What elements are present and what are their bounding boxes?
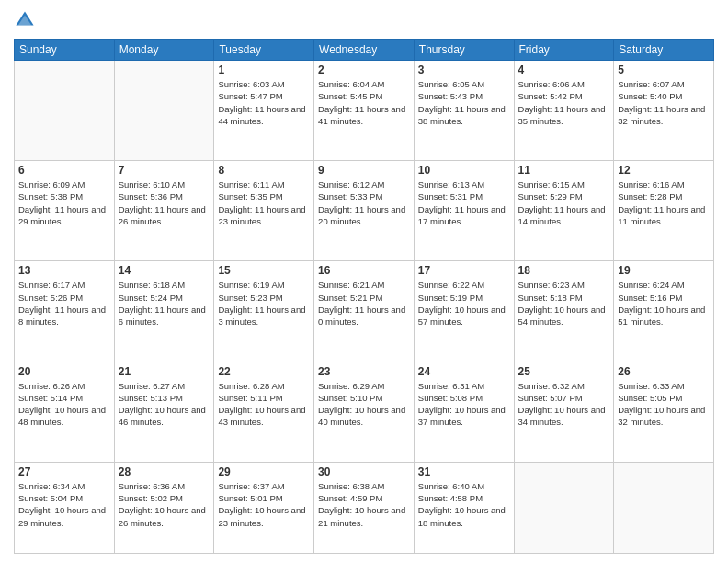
calendar-week-row: 6Sunrise: 6:09 AMSunset: 5:38 PMDaylight… bbox=[15, 161, 714, 261]
day-number: 11 bbox=[518, 164, 610, 177]
day-number: 18 bbox=[518, 264, 610, 277]
day-info: Sunrise: 6:16 AMSunset: 5:28 PMDaylight:… bbox=[618, 178, 710, 227]
day-number: 31 bbox=[418, 465, 510, 478]
calendar-day-header: Sunday bbox=[15, 40, 115, 61]
calendar-week-row: 27Sunrise: 6:34 AMSunset: 5:04 PMDayligh… bbox=[15, 462, 714, 553]
calendar-cell: 4Sunrise: 6:06 AMSunset: 5:42 PMDaylight… bbox=[514, 61, 614, 161]
day-info: Sunrise: 6:29 AMSunset: 5:10 PMDaylight:… bbox=[318, 380, 410, 429]
day-info: Sunrise: 6:04 AMSunset: 5:45 PMDaylight:… bbox=[318, 78, 410, 127]
day-number: 3 bbox=[418, 63, 510, 76]
calendar-cell: 11Sunrise: 6:15 AMSunset: 5:29 PMDayligh… bbox=[514, 161, 614, 261]
day-info: Sunrise: 6:36 AMSunset: 5:02 PMDaylight:… bbox=[119, 480, 210, 529]
day-info: Sunrise: 6:32 AMSunset: 5:07 PMDaylight:… bbox=[518, 380, 610, 429]
calendar-cell: 26Sunrise: 6:33 AMSunset: 5:05 PMDayligh… bbox=[614, 362, 714, 462]
day-number: 4 bbox=[518, 63, 610, 76]
calendar-cell: 7Sunrise: 6:10 AMSunset: 5:36 PMDaylight… bbox=[114, 161, 214, 261]
logo bbox=[14, 9, 40, 31]
day-number: 8 bbox=[218, 164, 310, 177]
calendar-cell: 5Sunrise: 6:07 AMSunset: 5:40 PMDaylight… bbox=[614, 61, 714, 161]
calendar-cell: 30Sunrise: 6:38 AMSunset: 4:59 PMDayligh… bbox=[314, 462, 415, 553]
day-info: Sunrise: 6:17 AMSunset: 5:26 PMDaylight:… bbox=[18, 279, 110, 327]
day-info: Sunrise: 6:19 AMSunset: 5:23 PMDaylight:… bbox=[218, 279, 310, 327]
day-number: 10 bbox=[418, 164, 510, 177]
day-info: Sunrise: 6:28 AMSunset: 5:11 PMDaylight:… bbox=[218, 380, 310, 429]
day-number: 9 bbox=[318, 164, 410, 177]
calendar-cell: 24Sunrise: 6:31 AMSunset: 5:08 PMDayligh… bbox=[414, 362, 514, 462]
calendar-cell: 10Sunrise: 6:13 AMSunset: 5:31 PMDayligh… bbox=[414, 161, 514, 261]
day-number: 26 bbox=[618, 365, 710, 378]
calendar-day-header: Friday bbox=[514, 40, 614, 61]
day-info: Sunrise: 6:26 AMSunset: 5:14 PMDaylight:… bbox=[18, 380, 110, 429]
day-number: 28 bbox=[119, 465, 210, 478]
calendar-cell: 28Sunrise: 6:36 AMSunset: 5:02 PMDayligh… bbox=[114, 462, 214, 553]
day-number: 1 bbox=[218, 63, 310, 76]
calendar-cell: 17Sunrise: 6:22 AMSunset: 5:19 PMDayligh… bbox=[414, 261, 514, 362]
day-number: 2 bbox=[318, 63, 410, 76]
day-number: 13 bbox=[18, 264, 110, 277]
calendar-day-header: Tuesday bbox=[214, 40, 314, 61]
day-info: Sunrise: 6:13 AMSunset: 5:31 PMDaylight:… bbox=[418, 178, 510, 227]
calendar-cell: 19Sunrise: 6:24 AMSunset: 5:16 PMDayligh… bbox=[614, 261, 714, 362]
calendar-cell: 16Sunrise: 6:21 AMSunset: 5:21 PMDayligh… bbox=[314, 261, 415, 362]
calendar-week-row: 20Sunrise: 6:26 AMSunset: 5:14 PMDayligh… bbox=[15, 362, 714, 462]
day-number: 24 bbox=[418, 365, 510, 378]
calendar-cell: 25Sunrise: 6:32 AMSunset: 5:07 PMDayligh… bbox=[514, 362, 614, 462]
calendar-cell bbox=[514, 462, 614, 553]
day-info: Sunrise: 6:21 AMSunset: 5:21 PMDaylight:… bbox=[318, 279, 410, 327]
calendar-cell: 15Sunrise: 6:19 AMSunset: 5:23 PMDayligh… bbox=[214, 261, 314, 362]
calendar-cell: 20Sunrise: 6:26 AMSunset: 5:14 PMDayligh… bbox=[15, 362, 115, 462]
calendar-week-row: 13Sunrise: 6:17 AMSunset: 5:26 PMDayligh… bbox=[15, 261, 714, 362]
day-info: Sunrise: 6:33 AMSunset: 5:05 PMDaylight:… bbox=[618, 380, 710, 429]
calendar-cell: 6Sunrise: 6:09 AMSunset: 5:38 PMDaylight… bbox=[15, 161, 115, 261]
calendar-day-header: Monday bbox=[114, 40, 214, 61]
day-number: 22 bbox=[218, 365, 310, 378]
calendar-cell: 21Sunrise: 6:27 AMSunset: 5:13 PMDayligh… bbox=[114, 362, 214, 462]
day-info: Sunrise: 6:10 AMSunset: 5:36 PMDaylight:… bbox=[119, 178, 210, 227]
day-info: Sunrise: 6:22 AMSunset: 5:19 PMDaylight:… bbox=[418, 279, 510, 327]
day-info: Sunrise: 6:09 AMSunset: 5:38 PMDaylight:… bbox=[18, 178, 110, 227]
day-number: 30 bbox=[318, 465, 410, 478]
day-info: Sunrise: 6:07 AMSunset: 5:40 PMDaylight:… bbox=[618, 78, 710, 127]
calendar-cell bbox=[614, 462, 714, 553]
calendar-cell: 1Sunrise: 6:03 AMSunset: 5:47 PMDaylight… bbox=[214, 61, 314, 161]
day-number: 6 bbox=[18, 164, 110, 177]
calendar-cell: 18Sunrise: 6:23 AMSunset: 5:18 PMDayligh… bbox=[514, 261, 614, 362]
calendar-day-header: Thursday bbox=[414, 40, 514, 61]
day-info: Sunrise: 6:12 AMSunset: 5:33 PMDaylight:… bbox=[318, 178, 410, 227]
calendar-cell: 13Sunrise: 6:17 AMSunset: 5:26 PMDayligh… bbox=[15, 261, 115, 362]
calendar-cell: 12Sunrise: 6:16 AMSunset: 5:28 PMDayligh… bbox=[614, 161, 714, 261]
calendar-cell: 3Sunrise: 6:05 AMSunset: 5:43 PMDaylight… bbox=[414, 61, 514, 161]
calendar-cell: 31Sunrise: 6:40 AMSunset: 4:58 PMDayligh… bbox=[414, 462, 514, 553]
day-info: Sunrise: 6:40 AMSunset: 4:58 PMDaylight:… bbox=[418, 480, 510, 529]
logo-icon bbox=[14, 9, 36, 31]
day-info: Sunrise: 6:05 AMSunset: 5:43 PMDaylight:… bbox=[418, 78, 510, 127]
calendar-cell: 23Sunrise: 6:29 AMSunset: 5:10 PMDayligh… bbox=[314, 362, 415, 462]
day-info: Sunrise: 6:37 AMSunset: 5:01 PMDaylight:… bbox=[218, 480, 310, 529]
calendar-cell: 2Sunrise: 6:04 AMSunset: 5:45 PMDaylight… bbox=[314, 61, 415, 161]
day-number: 15 bbox=[218, 264, 310, 277]
day-number: 19 bbox=[618, 264, 710, 277]
day-info: Sunrise: 6:15 AMSunset: 5:29 PMDaylight:… bbox=[518, 178, 610, 227]
calendar-table: SundayMondayTuesdayWednesdayThursdayFrid… bbox=[14, 39, 714, 554]
day-number: 21 bbox=[119, 365, 210, 378]
calendar-cell: 27Sunrise: 6:34 AMSunset: 5:04 PMDayligh… bbox=[15, 462, 115, 553]
day-info: Sunrise: 6:06 AMSunset: 5:42 PMDaylight:… bbox=[518, 78, 610, 127]
day-number: 17 bbox=[418, 264, 510, 277]
calendar-cell: 29Sunrise: 6:37 AMSunset: 5:01 PMDayligh… bbox=[214, 462, 314, 553]
calendar-cell: 9Sunrise: 6:12 AMSunset: 5:33 PMDaylight… bbox=[314, 161, 415, 261]
calendar-header-row: SundayMondayTuesdayWednesdayThursdayFrid… bbox=[15, 40, 714, 61]
day-number: 20 bbox=[18, 365, 110, 378]
day-number: 5 bbox=[618, 63, 710, 76]
day-number: 14 bbox=[119, 264, 210, 277]
day-number: 27 bbox=[18, 465, 110, 478]
day-info: Sunrise: 6:38 AMSunset: 4:59 PMDaylight:… bbox=[318, 480, 410, 529]
day-number: 29 bbox=[218, 465, 310, 478]
day-info: Sunrise: 6:03 AMSunset: 5:47 PMDaylight:… bbox=[218, 78, 310, 127]
calendar-cell: 14Sunrise: 6:18 AMSunset: 5:24 PMDayligh… bbox=[114, 261, 214, 362]
calendar-week-row: 1Sunrise: 6:03 AMSunset: 5:47 PMDaylight… bbox=[15, 61, 714, 161]
day-number: 12 bbox=[618, 164, 710, 177]
day-number: 23 bbox=[318, 365, 410, 378]
calendar-cell bbox=[114, 61, 214, 161]
day-number: 16 bbox=[318, 264, 410, 277]
day-number: 7 bbox=[119, 164, 210, 177]
